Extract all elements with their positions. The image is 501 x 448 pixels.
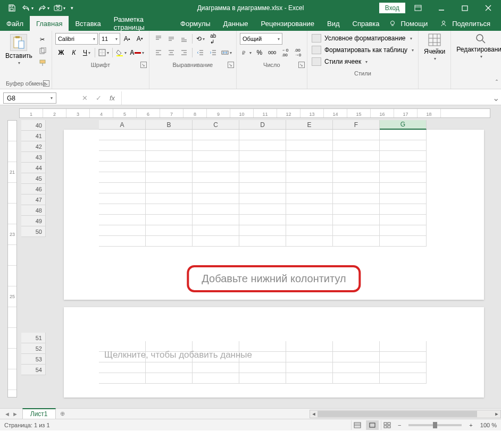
currency-icon[interactable]: ₽▾ bbox=[240, 47, 253, 58]
collapse-ribbon-icon[interactable]: ˆ bbox=[496, 79, 498, 87]
cell[interactable] bbox=[239, 151, 286, 162]
orientation-icon[interactable]: ⟲▾ bbox=[195, 33, 206, 45]
cell[interactable] bbox=[380, 130, 427, 140]
cell[interactable] bbox=[99, 151, 146, 162]
cell[interactable] bbox=[99, 130, 146, 140]
cell[interactable] bbox=[99, 193, 146, 204]
cell[interactable] bbox=[193, 193, 239, 204]
insert-function-icon[interactable]: fx bbox=[106, 94, 118, 102]
cell[interactable] bbox=[286, 140, 333, 151]
cell[interactable] bbox=[146, 183, 193, 193]
increase-indent-icon[interactable] bbox=[207, 47, 219, 58]
tab-home[interactable]: Главная bbox=[30, 16, 69, 31]
cell[interactable] bbox=[286, 362, 333, 373]
cell[interactable] bbox=[286, 225, 333, 236]
cell[interactable] bbox=[99, 362, 146, 373]
paste-button[interactable]: Вставить ▾ bbox=[3, 33, 35, 66]
cell-styles[interactable]: Стили ячеек▾ bbox=[312, 56, 414, 67]
cell[interactable] bbox=[193, 215, 239, 225]
cell[interactable] bbox=[146, 236, 193, 247]
font-launcher-icon[interactable]: ↘ bbox=[140, 62, 147, 68]
cell[interactable] bbox=[380, 362, 427, 373]
align-center-icon[interactable] bbox=[165, 47, 177, 58]
cell[interactable] bbox=[239, 140, 286, 151]
new-sheet-icon[interactable]: ⊕ bbox=[56, 410, 69, 417]
cell[interactable] bbox=[286, 373, 333, 384]
cell[interactable] bbox=[146, 373, 193, 384]
font-color-icon[interactable]: A▾ bbox=[129, 47, 145, 58]
cell[interactable] bbox=[333, 130, 380, 140]
decrease-font-icon[interactable]: A▾ bbox=[134, 33, 146, 45]
decrease-decimal-icon[interactable]: .00→0 bbox=[292, 47, 304, 58]
cell[interactable] bbox=[333, 215, 380, 225]
row-header-41[interactable]: 41 bbox=[21, 131, 46, 141]
cell[interactable] bbox=[286, 130, 333, 140]
cell[interactable] bbox=[193, 130, 239, 140]
row-header-43[interactable]: 43 bbox=[21, 152, 46, 163]
cell[interactable] bbox=[193, 162, 239, 172]
font-name-select[interactable]: Calibri▾ bbox=[55, 33, 98, 45]
cell[interactable] bbox=[146, 140, 193, 151]
align-right-icon[interactable] bbox=[178, 47, 190, 58]
cell[interactable] bbox=[146, 172, 193, 183]
row-header-42[interactable]: 42 bbox=[21, 141, 46, 152]
share-button[interactable]: Поделиться bbox=[437, 20, 497, 28]
login-button[interactable]: Вход bbox=[379, 3, 405, 13]
row-header-47[interactable]: 47 bbox=[21, 195, 46, 205]
alignment-launcher-icon[interactable]: ↘ bbox=[228, 62, 234, 68]
cell[interactable] bbox=[286, 215, 333, 225]
row-header-52[interactable]: 52 bbox=[21, 343, 46, 354]
column-header-C[interactable]: C bbox=[193, 120, 239, 130]
scroll-left-icon[interactable]: ◄ bbox=[310, 410, 318, 418]
cell[interactable] bbox=[99, 204, 146, 215]
number-launcher-icon[interactable]: ↘ bbox=[298, 62, 305, 68]
tab-insert[interactable]: Вставка bbox=[69, 16, 107, 31]
cell[interactable] bbox=[239, 236, 286, 247]
cell[interactable] bbox=[333, 362, 380, 373]
cell[interactable] bbox=[239, 162, 286, 172]
maximize-icon[interactable] bbox=[454, 0, 475, 16]
cell[interactable] bbox=[380, 151, 427, 162]
minimize-icon[interactable] bbox=[431, 0, 452, 16]
cell[interactable] bbox=[239, 130, 286, 140]
row-header-49[interactable]: 49 bbox=[21, 216, 46, 226]
zoom-out-icon[interactable]: − bbox=[396, 422, 403, 428]
sheet-tab-1[interactable]: Лист1 bbox=[22, 408, 56, 419]
normal-view-icon[interactable] bbox=[351, 420, 364, 430]
cell[interactable] bbox=[380, 225, 427, 236]
number-format-select[interactable]: Общий▾ bbox=[240, 33, 282, 45]
cell[interactable] bbox=[193, 204, 239, 215]
cell[interactable] bbox=[193, 373, 239, 384]
cell[interactable] bbox=[333, 172, 380, 183]
percent-icon[interactable]: % bbox=[254, 47, 265, 58]
expand-formula-bar-icon[interactable]: ⌄ bbox=[490, 91, 501, 105]
cell[interactable] bbox=[239, 193, 286, 204]
enter-formula-icon[interactable]: ✓ bbox=[93, 94, 104, 102]
ribbon-display-options-icon[interactable] bbox=[407, 0, 429, 16]
cell[interactable] bbox=[99, 162, 146, 172]
tab-view[interactable]: Вид bbox=[321, 16, 346, 31]
row-header-51[interactable]: 51 bbox=[21, 333, 46, 343]
column-header-F[interactable]: F bbox=[333, 120, 380, 130]
cell[interactable] bbox=[146, 362, 193, 373]
cell[interactable] bbox=[380, 183, 427, 193]
page-break-view-icon[interactable] bbox=[381, 420, 394, 430]
tab-page-layout[interactable]: Разметка страницы bbox=[107, 16, 174, 31]
column-header-D[interactable]: D bbox=[239, 120, 286, 130]
cell[interactable] bbox=[239, 362, 286, 373]
align-left-icon[interactable] bbox=[153, 47, 164, 58]
sheet-nav-prev-icon[interactable]: ◄ bbox=[4, 411, 10, 417]
cell[interactable] bbox=[239, 225, 286, 236]
cell[interactable] bbox=[380, 236, 427, 247]
cell[interactable] bbox=[333, 341, 380, 352]
cell[interactable] bbox=[333, 183, 380, 193]
cell[interactable] bbox=[286, 151, 333, 162]
cell[interactable] bbox=[239, 172, 286, 183]
cell[interactable] bbox=[146, 162, 193, 172]
cell[interactable] bbox=[286, 172, 333, 183]
bold-button[interactable]: Ж bbox=[55, 47, 67, 58]
cell[interactable] bbox=[193, 172, 239, 183]
cell[interactable] bbox=[286, 352, 333, 362]
row-header-46[interactable]: 46 bbox=[21, 184, 46, 195]
zoom-slider[interactable] bbox=[408, 424, 462, 426]
